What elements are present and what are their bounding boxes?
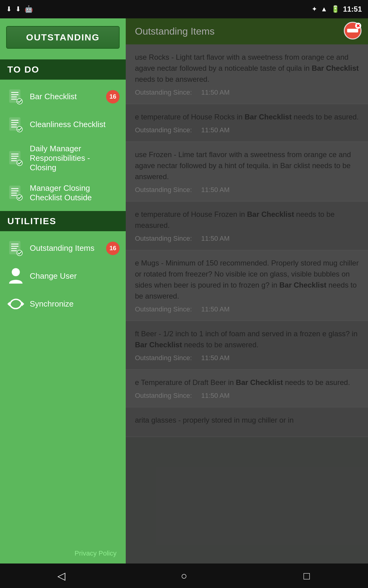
content-item-text: use Frozen - Lime tart flavor with a swe… (135, 149, 359, 182)
outstanding-since-label: Outstanding Since: (135, 305, 192, 313)
outstanding-since-time: 11:50 AM (201, 305, 230, 313)
checklist-icon-manager (7, 185, 24, 202)
outstanding-since-label: Outstanding Since: (135, 392, 192, 400)
wifi-icon: ▲ (321, 5, 328, 13)
sidebar-item-change-user[interactable]: Change User (0, 262, 126, 290)
outstanding-since-time: 11:50 AM (201, 235, 230, 243)
content-item: e Temperature of Draft Beer in Bar Check… (126, 370, 368, 407)
sidebar: OUTSTANDING TO DO Bar Checklist 16 (0, 18, 126, 564)
bar-checklist-label: Bar Checklist (30, 92, 118, 101)
content-item-text: e Mugs - Minimum of 150 recommended. Pro… (135, 258, 359, 302)
bottom-nav: ◁ ○ □ (0, 564, 368, 588)
content-item-text: e temperature of House Rocks in Bar Chec… (135, 111, 359, 123)
content-item: e temperature of House Rocks in Bar Chec… (126, 104, 368, 142)
status-bar-left: ⬇ ⬇ 🤖 (6, 5, 33, 13)
content-panel: Outstanding Items use Rocks - Light tart… (126, 18, 368, 564)
sidebar-item-outstanding-items[interactable]: Outstanding Items 16 (0, 234, 126, 262)
back-button[interactable]: ◁ (49, 564, 74, 588)
synchronize-label: Synchronize (30, 299, 118, 309)
content-item-text: ft Beer - 1/2 inch to 1 inch of foam and… (135, 328, 359, 350)
outstanding-since-label: Outstanding Since: (135, 126, 192, 134)
robot-icon: 🤖 (25, 5, 33, 13)
privacy-link[interactable]: Privacy Policy (68, 546, 123, 560)
content-item: arita glasses - properly stored in mug c… (126, 407, 368, 437)
change-user-label: Change User (30, 271, 118, 281)
no-entry-icon[interactable] (343, 21, 362, 40)
content-list[interactable]: use Rocks - Light tart flavor with a swe… (126, 44, 368, 564)
content-header: Outstanding Items (126, 18, 368, 44)
bluetooth-icon: ✦ (312, 5, 317, 13)
download-icon: ⬇ (6, 5, 12, 13)
sidebar-item-synchronize[interactable]: Synchronize (0, 290, 126, 318)
content-item: use Frozen - Lime tart flavor with a swe… (126, 142, 368, 202)
outstanding-since-label: Outstanding Since: (135, 235, 192, 243)
content-item-text: arita glasses - properly stored in mug c… (135, 415, 359, 426)
outstanding-since-time: 11:50 AM (201, 89, 230, 96)
sync-icon (7, 296, 24, 312)
status-bar: ⬇ ⬇ 🤖 ✦ ▲ 🔋 11:51 (0, 0, 368, 18)
outstanding-since-time: 11:50 AM (201, 392, 230, 400)
svg-marker-37 (22, 302, 24, 306)
todo-section-header: TO DO (0, 59, 126, 80)
home-button[interactable]: ○ (172, 564, 196, 588)
outstanding-items-label: Outstanding Items (30, 243, 118, 253)
content-item-meta: Outstanding Since: 11:50 AM (135, 89, 359, 96)
outstanding-button[interactable]: OUTSTANDING (6, 26, 120, 49)
outstanding-since-label: Outstanding Since: (135, 354, 192, 362)
utilities-section-header: UTILITIES (0, 211, 126, 231)
outstanding-since-time: 11:50 AM (201, 186, 230, 194)
outstanding-since-label: Outstanding Since: (135, 89, 192, 96)
content-item: ft Beer - 1/2 inch to 1 inch of foam and… (126, 321, 368, 370)
content-header-title: Outstanding Items (135, 26, 215, 37)
svg-rect-2 (347, 29, 358, 32)
content-item-text: e temperature of House Frozen in Bar Che… (135, 209, 359, 231)
outstanding-since-time: 11:50 AM (201, 354, 230, 362)
user-icon (7, 268, 24, 285)
outstanding-since-time: 11:50 AM (201, 126, 230, 134)
svg-point-36 (12, 268, 20, 276)
recent-button[interactable]: □ (294, 564, 319, 588)
sidebar-item-bar-checklist[interactable]: Bar Checklist 16 (0, 83, 126, 111)
bar-checklist-badge: 16 (106, 90, 120, 104)
content-item-meta: Outstanding Since: 11:50 AM (135, 305, 359, 313)
checklist-icon-cleanliness (7, 116, 24, 133)
svg-marker-38 (7, 302, 10, 306)
daily-manager-label: Daily Manager Responsibilities - Closing (30, 144, 118, 172)
main-container: OUTSTANDING TO DO Bar Checklist 16 (0, 18, 368, 564)
content-item-meta: Outstanding Since: 11:50 AM (135, 186, 359, 194)
checklist-icon-daily (7, 150, 24, 167)
content-item-meta: Outstanding Since: 11:50 AM (135, 235, 359, 243)
content-item: e Mugs - Minimum of 150 recommended. Pro… (126, 250, 368, 321)
status-bar-right: ✦ ▲ 🔋 11:51 (312, 5, 362, 13)
content-item-meta: Outstanding Since: 11:50 AM (135, 126, 359, 134)
sidebar-item-daily-manager[interactable]: Daily Manager Responsibilities - Closing (0, 138, 126, 178)
manager-closing-label: Manager Closing Checklist Outside (30, 183, 118, 202)
sidebar-item-manager-closing[interactable]: Manager Closing Checklist Outside (0, 178, 126, 208)
checklist-icon-bar (7, 88, 24, 105)
content-overlay: Outstanding Items use Rocks - Light tart… (126, 18, 368, 564)
content-item: e temperature of House Frozen in Bar Che… (126, 202, 368, 250)
content-item-meta: Outstanding Since: 11:50 AM (135, 392, 359, 400)
content-item-text: use Rocks - Light tart flavor with a swe… (135, 52, 359, 85)
status-time: 11:51 (343, 5, 362, 13)
outstanding-items-badge: 16 (106, 242, 120, 255)
content-item: use Rocks - Light tart flavor with a swe… (126, 44, 368, 104)
download-alt-icon: ⬇ (15, 5, 21, 13)
content-item-meta: Outstanding Since: 11:50 AM (135, 354, 359, 362)
checklist-icon-outstanding (7, 240, 24, 257)
outstanding-since-label: Outstanding Since: (135, 186, 192, 194)
content-item-text: e Temperature of Draft Beer in Bar Check… (135, 377, 359, 388)
battery-icon: 🔋 (331, 5, 339, 13)
sidebar-item-cleanliness-checklist[interactable]: Cleanliness Checklist (0, 111, 126, 138)
cleanliness-checklist-label: Cleanliness Checklist (30, 120, 118, 129)
